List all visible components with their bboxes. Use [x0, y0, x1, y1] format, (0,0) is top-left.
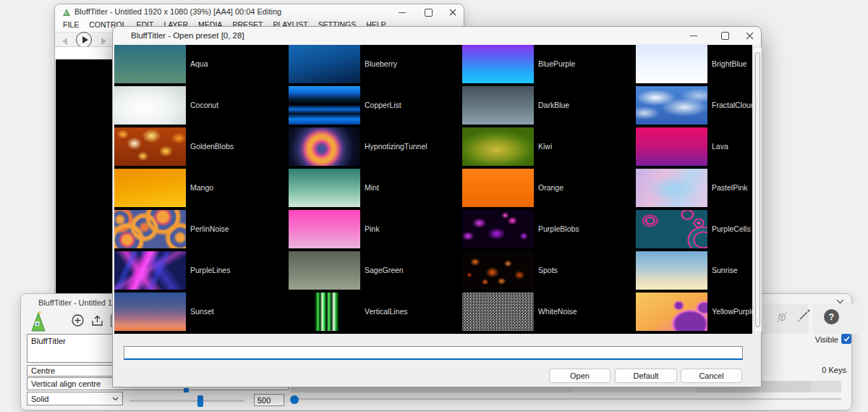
- preset-item[interactable]: Aqua: [114, 45, 289, 86]
- preset-label: BrightBlue: [712, 45, 746, 83]
- preset-item[interactable]: DarkBlue: [462, 86, 636, 127]
- preset-item[interactable]: Pink: [289, 210, 462, 251]
- preset-item[interactable]: Blueberry: [289, 45, 462, 86]
- preset-label: BluePurple: [538, 45, 575, 83]
- preset-label: Spots: [538, 251, 558, 290]
- cancel-button[interactable]: Cancel: [681, 369, 742, 383]
- preset-item[interactable]: PurpleLines: [114, 251, 289, 293]
- preset-thumbnail[interactable]: [289, 45, 360, 83]
- preset-item[interactable]: SageGreen: [289, 251, 462, 293]
- preset-label: PurpleLines: [190, 251, 230, 290]
- preset-thumbnail[interactable]: [289, 251, 360, 290]
- preset-item[interactable]: Mango: [114, 169, 289, 210]
- preset-thumbnail[interactable]: [289, 127, 360, 166]
- desktop: BluffTitler - Untitled 1920 x 1080 (39%)…: [0, 0, 868, 412]
- next-key-icon[interactable]: [101, 38, 106, 45]
- help-button[interactable]: ?: [824, 309, 839, 324]
- size-slider-thumb[interactable]: [197, 395, 203, 407]
- previous-key-icon[interactable]: [62, 38, 67, 45]
- open-button[interactable]: Open: [549, 369, 610, 383]
- preset-item[interactable]: WhiteNoise: [462, 293, 636, 334]
- preset-thumbnail[interactable]: [636, 169, 707, 207]
- preset-thumbnail[interactable]: [114, 293, 186, 331]
- preset-thumbnail[interactable]: [462, 251, 534, 290]
- preset-item[interactable]: Spots: [462, 251, 636, 293]
- scrollbar-thumb[interactable]: [755, 52, 760, 327]
- preset-item[interactable]: Kiwi: [462, 127, 636, 169]
- preset-thumbnail[interactable]: [462, 45, 534, 83]
- preset-item[interactable]: Coconut: [114, 86, 289, 127]
- preset-thumbnail[interactable]: [462, 210, 534, 248]
- preset-item[interactable]: HypnotizingTunnel: [289, 127, 462, 169]
- preset-item[interactable]: Lava: [636, 127, 752, 169]
- preset-thumbnail[interactable]: [114, 86, 186, 125]
- preset-thumbnail[interactable]: [114, 210, 186, 248]
- preset-item[interactable]: Sunrise: [636, 251, 752, 293]
- maximize-icon[interactable]: [424, 8, 433, 17]
- preset-thumbnail[interactable]: [289, 210, 360, 248]
- preset-label: PerlinNoise: [190, 210, 229, 248]
- preset-item[interactable]: PurpleBlobs: [462, 210, 636, 251]
- preset-thumbnail[interactable]: [114, 251, 186, 290]
- preset-item[interactable]: Orange: [462, 169, 636, 210]
- preset-thumbnail[interactable]: [462, 293, 534, 331]
- minimize-icon[interactable]: [689, 31, 698, 40]
- hidden-slider-thumb[interactable]: [184, 388, 189, 392]
- style-dropdown[interactable]: Solid: [27, 392, 123, 405]
- preset-thumbnail[interactable]: [636, 127, 707, 166]
- preset-label: YellowPurpleB: [712, 293, 752, 331]
- preset-item[interactable]: PerlinNoise: [114, 210, 289, 251]
- preset-label: FractalCloud: [712, 86, 752, 125]
- keys-count: 0 Keys: [801, 366, 846, 374]
- visible-checkbox[interactable]: [841, 334, 851, 344]
- preset-thumbnail[interactable]: [114, 45, 186, 83]
- preset-label: CopperList: [365, 86, 401, 125]
- menu-file[interactable]: FILE: [58, 20, 84, 31]
- preset-thumbnail[interactable]: [289, 293, 360, 331]
- preset-thumbnail[interactable]: [462, 86, 534, 125]
- preset-thumbnail[interactable]: [636, 45, 707, 83]
- time-slider-thumb[interactable]: [290, 395, 299, 404]
- preset-thumbnail[interactable]: [289, 86, 360, 125]
- scale-cube-icon[interactable]: [775, 310, 789, 324]
- preset-filename-input[interactable]: [124, 346, 743, 360]
- size-value-input[interactable]: [254, 394, 284, 406]
- preset-grid-scrollbar[interactable]: [754, 47, 762, 332]
- minimize-icon[interactable]: [398, 8, 407, 17]
- preset-label: Kiwi: [538, 127, 552, 166]
- maximize-icon[interactable]: [720, 31, 729, 40]
- preset-thumbnail[interactable]: [114, 127, 186, 166]
- preset-thumbnail[interactable]: [462, 169, 534, 207]
- preset-thumbnail[interactable]: [114, 169, 186, 207]
- preset-label: Coconut: [190, 86, 218, 125]
- preset-item[interactable]: FractalCloud: [636, 86, 752, 127]
- preset-item[interactable]: BrightBlue: [636, 45, 752, 86]
- preset-thumbnail[interactable]: [636, 251, 707, 290]
- play-button[interactable]: [76, 32, 92, 48]
- preset-thumbnail[interactable]: [636, 210, 707, 248]
- close-icon[interactable]: [448, 8, 457, 17]
- size-slider-track[interactable]: [129, 400, 244, 402]
- time-slider-track[interactable]: [299, 398, 841, 400]
- import-icon[interactable]: [91, 314, 105, 327]
- preset-item[interactable]: Mint: [289, 169, 462, 210]
- preset-item[interactable]: BluePurple: [462, 45, 636, 86]
- preset-item[interactable]: YellowPurpleB: [636, 293, 752, 334]
- preset-thumbnail[interactable]: [636, 293, 707, 331]
- preset-label: PastelPink: [712, 169, 748, 207]
- default-button[interactable]: Default: [615, 369, 677, 383]
- preset-item[interactable]: PurpleCells: [636, 210, 752, 251]
- preset-item[interactable]: VerticalLines: [289, 293, 462, 334]
- preset-item[interactable]: GoldenBlobs: [114, 127, 289, 169]
- preset-label: Mango: [190, 169, 213, 207]
- preset-thumbnail[interactable]: [462, 127, 534, 166]
- preset-item[interactable]: CopperList: [289, 86, 462, 127]
- preset-item[interactable]: Sunset: [114, 293, 289, 334]
- preset-thumbnail[interactable]: [636, 86, 707, 125]
- close-icon[interactable]: [745, 31, 754, 40]
- preset-item[interactable]: PastelPink: [636, 169, 752, 210]
- add-layer-icon[interactable]: [72, 314, 84, 327]
- draw-pencil-icon[interactable]: [795, 307, 812, 324]
- chevron-down-icon: [112, 397, 119, 401]
- preset-thumbnail[interactable]: [289, 169, 360, 207]
